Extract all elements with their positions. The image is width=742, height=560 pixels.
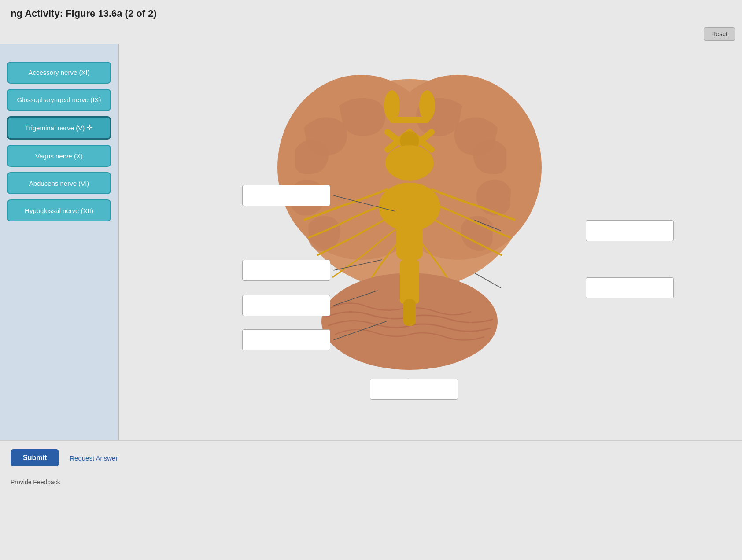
top-bar: Reset	[0, 24, 742, 44]
label-box-left-3[interactable]	[242, 295, 330, 316]
sidebar: Accessory nerve (XI) Glossopharyngeal ne…	[0, 44, 119, 440]
svg-point-3	[384, 90, 400, 121]
diagram-area	[119, 44, 742, 440]
bottom-bar: Submit Request Answer	[0, 440, 742, 475]
main-container: Accessory nerve (XI) Glossopharyngeal ne…	[0, 44, 742, 440]
svg-point-8	[379, 183, 440, 231]
move-cursor-icon: ✛	[86, 123, 93, 133]
sidebar-item-trigeminal[interactable]: Trigeminal nerve (V) ✛	[7, 116, 111, 140]
svg-rect-9	[396, 225, 423, 260]
svg-rect-12	[403, 299, 416, 326]
request-answer-button[interactable]: Request Answer	[70, 454, 118, 462]
label-box-right-2[interactable]	[586, 277, 674, 298]
label-box-right-1[interactable]	[586, 220, 674, 241]
sidebar-item-abducens[interactable]: Abducens nerve (VI)	[7, 172, 111, 194]
sidebar-item-hypoglossal[interactable]: Hypoglossal nerve (XII)	[7, 199, 111, 221]
sidebar-item-vagus[interactable]: Vagus nerve (X)	[7, 145, 111, 167]
label-box-left-1[interactable]	[242, 185, 330, 206]
svg-point-7	[385, 145, 434, 181]
svg-rect-5	[390, 117, 429, 123]
page-title: ng Activity: Figure 13.6a (2 of 2)	[0, 0, 742, 24]
label-box-left-2[interactable]	[242, 260, 330, 281]
sidebar-item-glossopharyngeal[interactable]: Glossopharyngeal nerve (IX)	[7, 89, 111, 111]
sidebar-item-accessory[interactable]: Accessory nerve (XI)	[7, 62, 111, 84]
label-box-left-4[interactable]	[242, 329, 330, 350]
submit-button[interactable]: Submit	[11, 449, 59, 466]
reset-button[interactable]: Reset	[704, 27, 735, 41]
label-box-bottom-1[interactable]	[370, 379, 458, 400]
provide-feedback-link[interactable]: Provide Feedback	[0, 479, 742, 486]
svg-rect-11	[400, 260, 419, 304]
svg-point-4	[419, 90, 435, 121]
